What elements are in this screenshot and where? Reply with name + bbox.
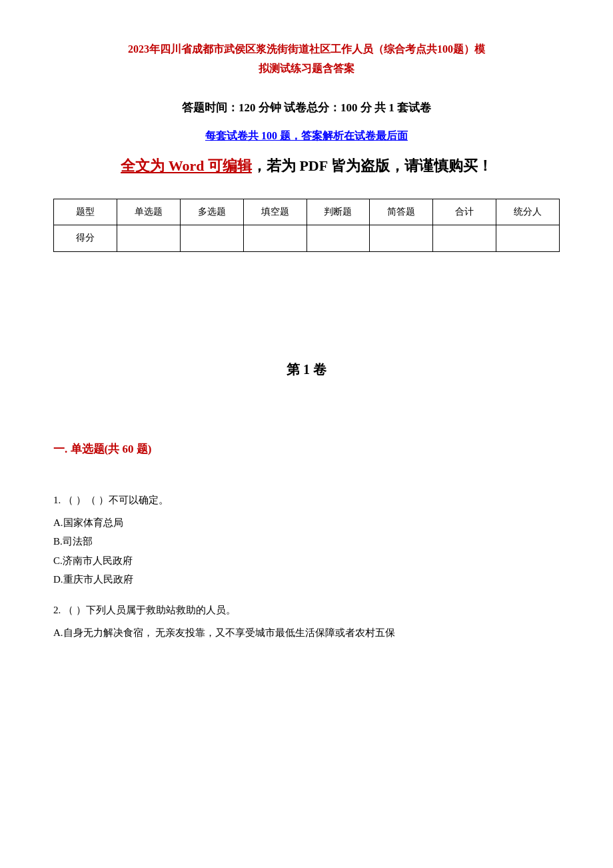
title-line1: 2023年四川省成都市武侯区浆洗街街道社区工作人员（综合考点共100题）模 [128, 43, 485, 55]
col-multi: 多选题 [180, 199, 243, 225]
table-header-row: 题型 单选题 多选题 填空题 判断题 简答题 合计 统分人 [54, 199, 560, 225]
score-total [433, 225, 496, 251]
question-2-number: 2. [53, 605, 63, 615]
q1-option-d: D.重庆市人民政府 [53, 570, 560, 589]
score-grader [496, 225, 560, 251]
word-notice: 全文为 Word 可编辑，若为 PDF 皆为盗版，请谨慎购买！ [53, 153, 560, 178]
question-1-number: 1. [53, 495, 63, 505]
score-judge [306, 225, 370, 251]
col-short: 简答题 [370, 199, 433, 225]
score-label: 得分 [54, 225, 117, 251]
score-single [117, 225, 180, 251]
question-1: 1. （ ）（ ）不可以确定。 A.国家体育总局 B.司法部 C.济南市人民政府… [53, 491, 560, 589]
col-type: 题型 [54, 199, 117, 225]
word-notice-part1: 全文为 Word 可编辑 [121, 157, 252, 174]
question-2-options: A.自身无力解决食宿， 无亲友投靠，又不享受城市最低生活保障或者农村五保 [53, 623, 560, 643]
section-type-label: 一. 单选题(共 60 题) [53, 440, 560, 458]
score-fill [243, 225, 306, 251]
col-judge: 判断题 [306, 199, 370, 225]
q1-option-a: A.国家体育总局 [53, 513, 560, 533]
volume-label: 第 1 卷 [53, 359, 560, 380]
question-2-text: （ ）下列人员属于救助站救助的人员。 [63, 605, 236, 615]
title-line2: 拟测试练习题含答案 [259, 63, 354, 74]
page-title: 2023年四川省成都市武侯区浆洗街街道社区工作人员（综合考点共100题）模 拟测… [53, 40, 560, 79]
score-multi [180, 225, 243, 251]
notice-underline: 每套试卷共 100 题，答案解析在试卷最后面 [53, 127, 560, 145]
score-short [370, 225, 433, 251]
score-table: 题型 单选题 多选题 填空题 判断题 简答题 合计 统分人 得分 [53, 199, 560, 252]
exam-info: 答题时间：120 分钟 试卷总分：100 分 共 1 套试卷 [53, 99, 560, 117]
question-2: 2. （ ）下列人员属于救助站救助的人员。 A.自身无力解决食宿， 无亲友投靠，… [53, 601, 560, 643]
col-grader: 统分人 [496, 199, 560, 225]
question-1-text: （ ）（ ）不可以确定。 [63, 495, 169, 505]
col-total: 合计 [433, 199, 496, 225]
q1-option-c: C.济南市人民政府 [53, 551, 560, 571]
word-notice-part2: ，若为 PDF 皆为盗版，请谨慎购买！ [252, 157, 492, 174]
q1-option-b: B.司法部 [53, 532, 560, 551]
col-fill: 填空题 [243, 199, 306, 225]
question-1-options: A.国家体育总局 B.司法部 C.济南市人民政府 D.重庆市人民政府 [53, 513, 560, 589]
table-score-row: 得分 [54, 225, 560, 251]
col-single: 单选题 [117, 199, 180, 225]
q2-option-a: A.自身无力解决食宿， 无亲友投靠，又不享受城市最低生活保障或者农村五保 [53, 623, 560, 643]
